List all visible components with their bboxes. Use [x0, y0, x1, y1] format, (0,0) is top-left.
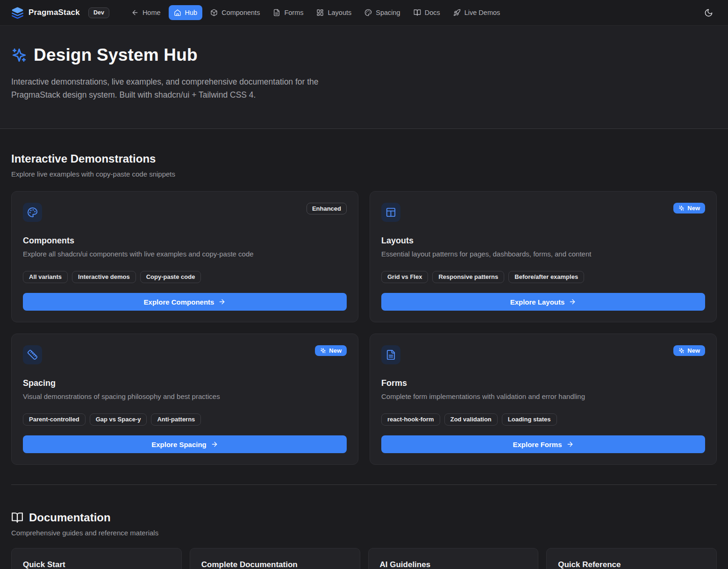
tag: Zod validation	[444, 413, 498, 426]
nav-item-spacing[interactable]: Spacing	[359, 5, 405, 20]
book-open-icon	[11, 512, 23, 524]
nav-item-hub[interactable]: Hub	[169, 5, 203, 20]
doc-card-title: AI Guidelines	[380, 560, 527, 569]
demos-section: Interactive Demonstrations Explore live …	[11, 129, 717, 465]
doc-card-grid: Quick Start 5-minute crash course Comple…	[11, 548, 717, 569]
arrow-right-icon	[211, 441, 218, 448]
main-content: Interactive Demonstrations Explore live …	[0, 129, 728, 569]
dev-badge: Dev	[88, 7, 109, 18]
demo-card-grid: Enhanced Components Explore all shadcn/u…	[11, 191, 717, 465]
file-text-icon	[273, 9, 280, 16]
nav-item-forms[interactable]: Forms	[268, 5, 308, 20]
nav-item-label: Forms	[284, 9, 303, 16]
card-description: Visual demonstrations of spacing philoso…	[23, 392, 347, 400]
doc-card-title: Complete Documentation	[201, 560, 349, 569]
arrow-right-icon	[218, 298, 226, 306]
doc-card-quick-start[interactable]: Quick Start 5-minute crash course	[11, 548, 182, 569]
nav-item-label: Docs	[425, 9, 440, 16]
documentation-section: Documentation Comprehensive guides and r…	[11, 485, 717, 569]
demos-subheading: Explore live examples with copy-paste co…	[11, 170, 717, 178]
card-title: Forms	[381, 378, 705, 388]
doc-card-ai-guidelines[interactable]: AI Guidelines Rules for AI code generati…	[368, 548, 539, 569]
nav-item-home[interactable]: Home	[126, 5, 166, 20]
book-open-icon	[414, 9, 421, 16]
demo-card-forms: New Forms Complete form implementations …	[370, 334, 717, 465]
package-icon	[210, 9, 218, 16]
doc-card-title: Quick Start	[23, 560, 170, 569]
palette-icon	[23, 203, 42, 222]
nav-item-layouts[interactable]: Layouts	[311, 5, 357, 20]
tag: Before/after examples	[508, 271, 584, 283]
card-title: Layouts	[381, 236, 705, 246]
nav-item-label: Home	[143, 9, 161, 16]
tag: All variants	[23, 271, 68, 283]
nav-item-label: Layouts	[328, 9, 351, 16]
explore-layouts-button[interactable]: Explore Layouts	[381, 293, 705, 311]
card-description: Essential layout patterns for pages, das…	[381, 250, 705, 258]
card-description: Explore all shadcn/ui components with li…	[23, 250, 347, 258]
nav-item-label: Components	[221, 9, 260, 16]
tag: Interactive demos	[72, 271, 136, 283]
doc-card-complete-documentation[interactable]: Complete Documentation Full design syste…	[190, 548, 360, 569]
tag: Responsive patterns	[432, 271, 504, 283]
arrow-left-icon	[131, 9, 139, 16]
ruler-icon	[23, 345, 42, 364]
panel-layout-icon	[381, 203, 400, 222]
new-badge: New	[673, 345, 705, 356]
layers-logo-icon	[11, 7, 24, 19]
brand[interactable]: PragmaStack Dev	[11, 7, 109, 19]
new-badge: New	[673, 203, 705, 213]
brand-name: PragmaStack	[29, 8, 80, 17]
palette-icon	[364, 9, 372, 16]
card-title: Spacing	[23, 378, 347, 388]
moon-icon	[704, 8, 713, 17]
file-text-icon	[381, 345, 400, 364]
page-title: Design System Hub	[34, 45, 198, 65]
home-icon	[174, 9, 181, 16]
nav-item-label: Live Demos	[464, 9, 500, 16]
nav-item-docs[interactable]: Docs	[408, 5, 445, 20]
arrow-right-icon	[569, 298, 576, 306]
nav-items: Home Hub Components Forms Layouts	[126, 5, 505, 20]
new-badge: New	[315, 345, 347, 356]
card-title: Components	[23, 236, 347, 246]
tag: Copy-paste code	[140, 271, 201, 283]
doc-card-title: Quick Reference	[558, 560, 705, 569]
layout-grid-icon	[316, 9, 324, 16]
nav-item-live-demos[interactable]: Live Demos	[448, 5, 506, 20]
demo-card-components: Enhanced Components Explore all shadcn/u…	[11, 191, 358, 322]
nav-item-components[interactable]: Components	[205, 5, 265, 20]
enhanced-badge: Enhanced	[307, 203, 347, 214]
tag: Anti-patterns	[151, 413, 201, 426]
doc-card-quick-reference[interactable]: Quick Reference Cheat sheet for lookups	[546, 548, 717, 569]
tag: Gap vs Space-y	[90, 413, 147, 426]
nav-item-label: Spacing	[376, 9, 400, 16]
rocket-icon	[453, 9, 461, 16]
explore-forms-button[interactable]: Explore Forms	[381, 435, 705, 453]
demo-card-layouts: New Layouts Essential layout patterns fo…	[370, 191, 717, 322]
documentation-heading: Documentation	[29, 511, 111, 524]
navbar: PragmaStack Dev Home Hub Components Fo	[0, 0, 728, 26]
nav-item-label: Hub	[185, 9, 198, 16]
page-subtitle: Interactive demonstrations, live example…	[11, 75, 362, 101]
hero-section: Design System Hub Interactive demonstrat…	[0, 26, 728, 129]
tag: Loading states	[502, 413, 557, 426]
arrow-right-icon	[566, 441, 574, 448]
explore-components-button[interactable]: Explore Components	[23, 293, 347, 311]
theme-toggle-button[interactable]	[700, 4, 717, 21]
tag: Grid vs Flex	[381, 271, 428, 283]
demo-card-spacing: New Spacing Visual demonstrations of spa…	[11, 334, 358, 465]
tag: Parent-controlled	[23, 413, 86, 426]
explore-spacing-button[interactable]: Explore Spacing	[23, 435, 347, 453]
sparkles-icon	[11, 47, 27, 63]
documentation-subheading: Comprehensive guides and reference mater…	[11, 529, 717, 537]
card-description: Complete form implementations with valid…	[381, 392, 705, 400]
demos-heading: Interactive Demonstrations	[11, 152, 717, 165]
tag: react-hook-form	[381, 413, 440, 426]
